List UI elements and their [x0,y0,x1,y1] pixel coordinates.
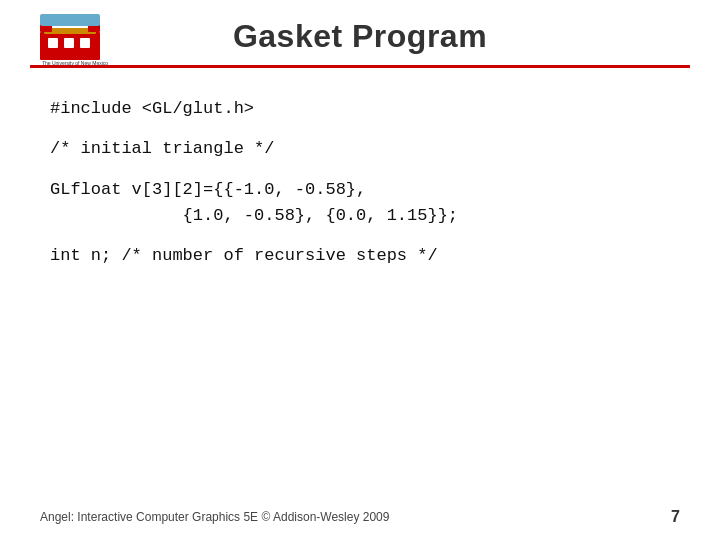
code-line-2: /* initial triangle */ [50,136,670,162]
svg-rect-2 [64,38,74,48]
slide-title: Gasket Program [40,18,680,55]
svg-rect-1 [48,38,58,48]
university-logo: The University of New Mexico [30,14,120,66]
code-line-1: #include <GL/glut.h> [50,96,670,122]
code-blank-2 [50,163,670,177]
svg-rect-7 [40,14,100,26]
code-block: #include <GL/glut.h> /* initial triangle… [50,96,670,270]
page-number: 7 [671,508,680,526]
code-blank-1 [50,122,670,136]
footer-credit: Angel: Interactive Computer Graphics 5E … [40,510,389,524]
code-blank-3 [50,229,670,243]
footer: Angel: Interactive Computer Graphics 5E … [0,508,720,526]
code-line-3: GLfloat v[3][2]={{-1.0, -0.58}, [50,177,670,203]
svg-rect-3 [80,38,90,48]
header: The University of New Mexico Gasket Prog… [0,0,720,65]
title-area: Gasket Program [40,18,680,55]
code-line-5: int n; /* number of recursive steps */ [50,243,670,269]
svg-text:The University of New Mexico: The University of New Mexico [42,60,108,66]
code-line-4: {1.0, -0.58}, {0.0, 1.15}}; [50,203,670,229]
content-area: #include <GL/glut.h> /* initial triangle… [0,68,720,280]
slide: The University of New Mexico Gasket Prog… [0,0,720,540]
